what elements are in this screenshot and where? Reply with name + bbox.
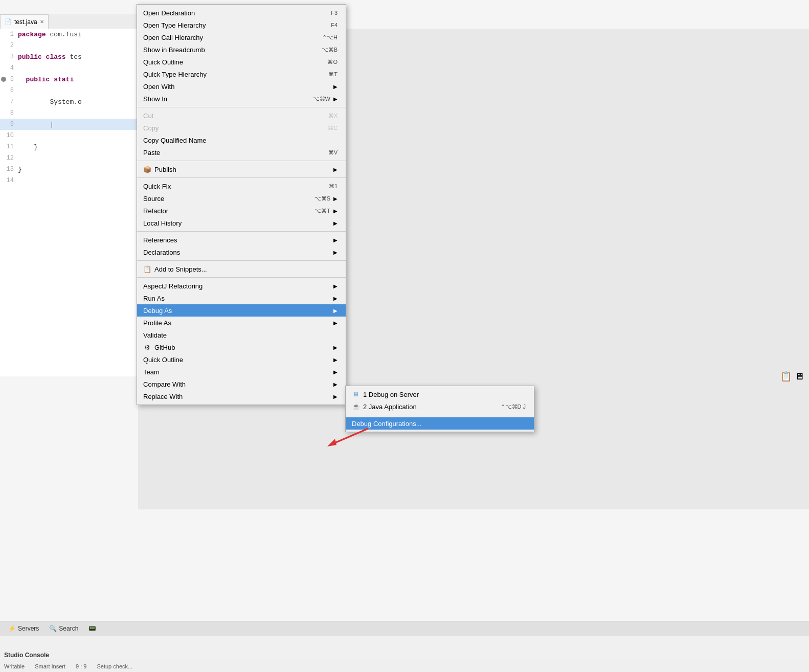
submenu-arrow-icon: ▶ <box>333 84 338 89</box>
menu-label: Team <box>143 368 160 376</box>
menu-label: Add to Snippets... <box>154 265 207 273</box>
code-editor[interactable]: 1 package com.fusi 2 3 public class tes … <box>0 29 138 376</box>
menu-shortcut: ⌥⌘W <box>313 96 330 102</box>
menu-label: Cut <box>143 112 153 120</box>
arrow-annotation <box>327 423 373 451</box>
menu-open-call-hierarchy[interactable]: Open Call Hierarchy ⌃⌥H <box>137 31 346 43</box>
servers-icon: ⚡ <box>8 625 16 632</box>
menu-label: Open Call Hierarchy <box>143 34 203 41</box>
menu-quick-fix[interactable]: Quick Fix ⌘1 <box>137 180 346 192</box>
tab-label: Servers <box>18 625 39 632</box>
menu-label: Copy <box>143 124 159 132</box>
status-position: 9 : 9 <box>76 663 86 669</box>
line-content: package com.fusi <box>18 31 82 38</box>
menu-label: References <box>143 236 177 244</box>
line-number: 5 <box>0 76 18 83</box>
java-debug-icon: ☕ <box>352 402 360 411</box>
line-content: public class tes <box>18 53 82 61</box>
menu-open-with[interactable]: Open With ▶ <box>137 80 346 93</box>
menu-label: Replace With <box>143 393 183 400</box>
status-smart-insert: Smart Insert <box>35 663 65 669</box>
menu-replace-with[interactable]: Replace With ▶ <box>137 390 346 402</box>
menu-debug-as[interactable]: Debug As ▶ <box>137 304 346 317</box>
menu-aspectj[interactable]: AspectJ Refactoring ▶ <box>137 280 346 292</box>
code-line-13: 13 } <box>0 164 138 175</box>
code-line-6: 6 <box>0 85 138 96</box>
menu-open-type-hierarchy[interactable]: Open Type Hierarchy F4 <box>137 19 346 31</box>
menu-debug-on-server[interactable]: 🖥 1 Debug on Server <box>346 388 534 400</box>
line-content: } <box>18 166 22 173</box>
menu-separator <box>137 107 346 107</box>
submenu-arrow-icon: ▶ <box>333 208 338 214</box>
toolbar-icon-2[interactable]: 🖥 <box>795 371 804 382</box>
menu-shortcut: ⌘X <box>328 113 338 119</box>
line-number: 7 <box>0 98 18 105</box>
menu-show-breadcrumb[interactable]: Show in Breadcrumb ⌥⌘B <box>137 43 346 56</box>
code-line-12: 12 <box>0 152 138 164</box>
menu-shortcut: ⌥⌘B <box>322 47 338 53</box>
line-content: | <box>18 121 54 128</box>
menu-profile-as[interactable]: Profile As ▶ <box>137 317 346 329</box>
menu-shortcut: ⌃⌥H <box>322 34 338 41</box>
menu-label: Quick Outline <box>143 356 183 364</box>
menu-quick-type-hierarchy[interactable]: Quick Type Hierarchy ⌘T <box>137 68 346 80</box>
menu-separator <box>137 161 346 161</box>
menu-copy-qualified[interactable]: Copy Qualified Name <box>137 134 346 146</box>
submenu-arrow-icon: ▶ <box>333 369 338 375</box>
menu-label: Validate <box>143 331 167 339</box>
bottom-tabs: ⚡ Servers 🔍 Search 📟 <box>0 621 809 636</box>
editor-tab[interactable]: 📄 test.java ✕ <box>0 14 49 29</box>
tab-servers[interactable]: ⚡ Servers <box>4 624 43 633</box>
submenu-arrow-icon: ▶ <box>333 237 338 243</box>
menu-local-history[interactable]: Local History ▶ <box>137 217 346 229</box>
menu-label: Local History <box>143 219 182 227</box>
tab-close-button[interactable]: ✕ <box>40 19 44 25</box>
menu-java-application[interactable]: ☕ 2 Java Application ⌃⌥⌘D J <box>346 400 534 413</box>
menu-validate[interactable]: Validate <box>137 329 346 341</box>
menu-label: 1 Debug on Server <box>363 391 419 398</box>
code-line-3: 3 public class tes <box>0 51 138 62</box>
menu-refactor[interactable]: Refactor ⌥⌘T ▶ <box>137 205 346 217</box>
menu-shortcut: ⌘C <box>328 125 338 131</box>
code-line-1: 1 package com.fusi <box>0 29 138 40</box>
menu-shortcut: F4 <box>331 22 338 28</box>
menu-shortcut: ⌥⌘T <box>314 208 330 214</box>
menu-add-snippets[interactable]: 📋 Add to Snippets... <box>137 263 346 275</box>
menu-references[interactable]: References ▶ <box>137 234 346 246</box>
context-menu: Open Declaration F3 Open Type Hierarchy … <box>137 4 346 405</box>
menu-copy[interactable]: Copy ⌘C <box>137 122 346 134</box>
submenu-arrow-icon: ▶ <box>333 308 338 313</box>
menu-open-declaration[interactable]: Open Declaration F3 <box>137 7 346 19</box>
tab-console[interactable]: 📟 <box>84 624 100 633</box>
menu-compare-with[interactable]: Compare With ▶ <box>137 378 346 390</box>
menu-run-as[interactable]: Run As ▶ <box>137 292 346 304</box>
menu-debug-configurations[interactable]: Debug Configurations... <box>346 417 534 430</box>
menu-declarations[interactable]: Declarations ▶ <box>137 246 346 258</box>
toolbar-icon-1[interactable]: 📋 <box>780 371 792 382</box>
code-line-4: 4 <box>0 62 138 74</box>
debug-server-icon: 🖥 <box>352 390 360 398</box>
menu-github[interactable]: ⚙ GitHub ▶ <box>137 341 346 353</box>
tab-label: Search <box>59 625 78 632</box>
menu-publish[interactable]: 📦 Publish ▶ <box>137 163 346 175</box>
menu-quick-outline2[interactable]: Quick Outline ▶ <box>137 353 346 366</box>
tab-label: test.java <box>14 18 37 26</box>
menu-source[interactable]: Source ⌥⌘S ▶ <box>137 192 346 205</box>
status-setup: Setup check... <box>97 663 132 669</box>
menu-cut[interactable]: Cut ⌘X <box>137 109 346 122</box>
code-line-5: 5 public stati <box>0 74 138 85</box>
menu-team[interactable]: Team ▶ <box>137 366 346 378</box>
code-line-7: 7 System.o <box>0 96 138 107</box>
menu-label: Show in Breadcrumb <box>143 46 205 54</box>
tab-search[interactable]: 🔍 Search <box>45 624 82 633</box>
submenu-arrow-icon: ▶ <box>333 167 338 172</box>
menu-shortcut: F3 <box>331 10 338 16</box>
menu-label: Declarations <box>143 249 180 256</box>
menu-show-in[interactable]: Show In ⌥⌘W ▶ <box>137 93 346 105</box>
github-icon: ⚙ <box>143 343 151 351</box>
menu-paste[interactable]: Paste ⌘V <box>137 146 346 159</box>
menu-label: Quick Type Hierarchy <box>143 71 207 78</box>
menu-label: Copy Qualified Name <box>143 137 207 144</box>
line-number: 9 <box>0 121 18 128</box>
menu-quick-outline[interactable]: Quick Outline ⌘O <box>137 56 346 68</box>
